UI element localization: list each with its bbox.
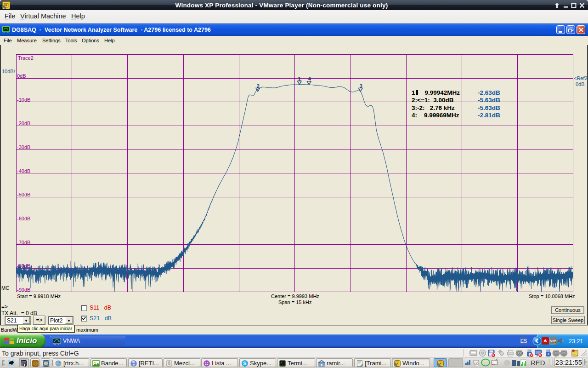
svg-text:S: S <box>243 361 246 366</box>
svg-text:4: 4 <box>308 76 311 81</box>
svg-text:1: 1 <box>298 76 301 81</box>
svg-text:2: 2 <box>257 83 260 89</box>
svg-text:3: 3 <box>360 83 362 89</box>
